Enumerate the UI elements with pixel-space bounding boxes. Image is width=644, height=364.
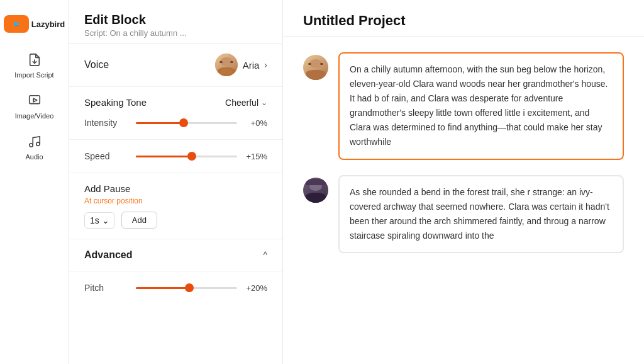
pitch-thumb[interactable]: [185, 283, 194, 292]
content-block-2: As she rounded a bend in the forest trai…: [303, 175, 624, 253]
speed-slider-row: Speed +15%: [84, 150, 267, 162]
speaking-tone-label: Speaking Tone: [84, 97, 147, 108]
svg-point-3: [29, 144, 33, 147]
add-pause-label: Add Pause: [84, 183, 267, 194]
advanced-section: Advanced ^: [69, 239, 282, 271]
logo-area: 🐦 Lazybird: [0, 10, 69, 45]
intensity-track: [136, 122, 237, 124]
tone-section: Speaking Tone Cheerful ⌄ Intensity +0%: [69, 87, 282, 140]
content-block-1: On a chilly autumn afternoon, with the s…: [303, 52, 624, 160]
intensity-slider-row: Intensity +0%: [84, 117, 267, 129]
add-pause-sub: At cursor position: [84, 196, 267, 205]
audio-label: Audio: [25, 153, 43, 161]
speed-label: Speed: [84, 151, 128, 161]
advanced-header[interactable]: Advanced ^: [84, 249, 267, 261]
speed-fill: [136, 156, 192, 157]
block-1-avatar: [303, 55, 328, 80]
logo-label: Lazybird: [31, 20, 65, 29]
svg-marker-2: [33, 98, 37, 102]
speed-section: Speed +15%: [69, 140, 282, 173]
intensity-fill: [136, 122, 184, 124]
logo-box: 🐦: [4, 15, 29, 33]
add-pause-section: Add Pause At cursor position 1s ⌄ Add: [69, 173, 282, 239]
edit-panel: Edit Block Script: On a chilly autumn ..…: [69, 0, 283, 364]
edit-title: Edit Block: [84, 13, 267, 27]
voice-selector[interactable]: Aria ›: [215, 54, 267, 76]
pitch-fill: [136, 287, 189, 289]
block-1-text-box[interactable]: On a chilly autumn afternoon, with the s…: [338, 52, 624, 160]
speed-slider[interactable]: [136, 150, 237, 162]
advanced-title: Advanced: [84, 249, 132, 261]
tone-selector[interactable]: Cheerful ⌄: [225, 98, 267, 108]
tone-row: Speaking Tone Cheerful ⌄: [84, 97, 267, 108]
intensity-thumb[interactable]: [179, 118, 188, 127]
voice-row: Voice Aria ›: [84, 54, 267, 76]
block-2-avatar: [303, 178, 328, 203]
voice-avatar: [215, 54, 238, 76]
audio-icon: [28, 135, 42, 151]
sidebar-item-import-script[interactable]: Import Script: [0, 45, 69, 86]
pitch-label: Pitch: [84, 283, 128, 293]
intensity-value: +0%: [245, 118, 267, 128]
pause-select-chevron-icon: ⌄: [102, 215, 109, 225]
pitch-slider[interactable]: [136, 282, 237, 294]
tone-chevron-icon: ⌄: [261, 98, 267, 107]
voice-name: Aria: [243, 60, 260, 71]
edit-subtitle: Script: On a chilly autumn ...: [84, 28, 267, 38]
speed-thumb[interactable]: [187, 152, 196, 161]
project-title: Untitled Project: [303, 13, 624, 29]
voice-label: Voice: [84, 59, 109, 71]
block-2-text: As she rounded a bend in the forest trai…: [350, 185, 613, 243]
block-2-text-box[interactable]: As she rounded a bend in the forest trai…: [338, 175, 624, 253]
voice-section: Voice Aria ›: [69, 43, 282, 87]
pitch-track: [136, 287, 237, 289]
main-header: Untitled Project: [283, 0, 644, 37]
aria-avatar-face: [215, 54, 238, 76]
import-script-icon: [28, 53, 42, 69]
intensity-slider[interactable]: [136, 117, 237, 129]
image-video-icon: [28, 94, 42, 110]
pitch-slider-row: Pitch +20%: [84, 282, 267, 294]
advanced-chevron-icon: ^: [263, 250, 267, 260]
block-1-text: On a chilly autumn afternoon, with the s…: [350, 62, 613, 150]
speed-value: +15%: [245, 152, 267, 161]
edit-header: Edit Block Script: On a chilly autumn ..…: [69, 0, 282, 43]
sidebar-item-audio[interactable]: Audio: [0, 127, 69, 168]
image-video-label: Image/Video: [15, 112, 54, 120]
tone-value: Cheerful: [225, 98, 258, 108]
logo-icon: 🐦: [13, 21, 20, 28]
voice-chevron-icon: ›: [264, 60, 267, 70]
intensity-label: Intensity: [84, 118, 128, 128]
pause-controls: 1s ⌄ Add: [84, 212, 267, 229]
speed-track: [136, 156, 237, 157]
pitch-section: Pitch +20%: [69, 271, 282, 304]
import-script-label: Import Script: [14, 71, 53, 79]
main-content: Untitled Project On a chilly autumn afte…: [283, 0, 644, 364]
sidebar: 🐦 Lazybird Import Script Image/Video: [0, 0, 69, 364]
add-pause-button[interactable]: Add: [121, 212, 157, 229]
pitch-value: +20%: [245, 283, 267, 293]
pause-duration-select[interactable]: 1s ⌄: [84, 212, 115, 229]
content-area: On a chilly autumn afternoon, with the s…: [283, 37, 644, 268]
sidebar-item-image-video[interactable]: Image/Video: [0, 86, 69, 127]
pause-duration-value: 1s: [90, 215, 99, 225]
